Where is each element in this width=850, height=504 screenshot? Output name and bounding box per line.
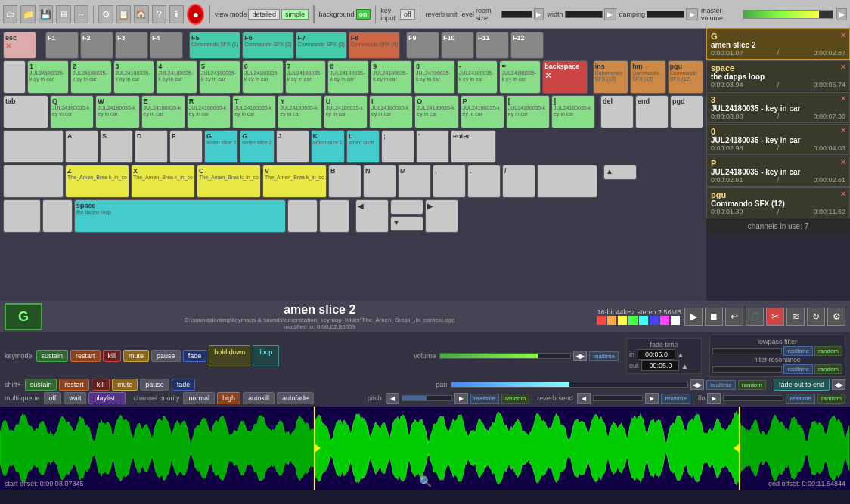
key-pgup[interactable]: pgu Commando SFX (12) xyxy=(668,60,703,94)
pause-button[interactable]: pause xyxy=(151,350,181,362)
color-box-green[interactable] xyxy=(628,316,638,325)
key-right[interactable]: ▶ xyxy=(425,199,458,233)
waveform-display[interactable]: start offset: 0:00:08.07345 end offset: … xyxy=(0,407,850,490)
shift-mute-button[interactable]: mute xyxy=(112,379,138,391)
pan-realtime[interactable]: realtime xyxy=(706,380,735,390)
waveform-zoom-icon[interactable]: 🔍 xyxy=(419,475,432,487)
pitch-right-btn[interactable]: ▶ xyxy=(454,393,468,404)
sound-slot-4[interactable]: ✕ P JUL24180035 - key in car 0:00:02.61 … xyxy=(706,156,850,187)
key-z[interactable]: Z The_Amen_Brea k_in_co xyxy=(65,165,129,198)
key-f9[interactable]: F9 xyxy=(406,32,439,59)
key-a[interactable]: A xyxy=(65,130,98,163)
key-9[interactable]: 9 JUL24180035-k ey in car xyxy=(371,60,412,94)
multi-playlist-button[interactable]: playlist... xyxy=(88,392,126,404)
toolbar-icon-1[interactable]: 🗂 xyxy=(3,5,17,23)
volume-slider-btn[interactable]: ◀▶ xyxy=(573,351,587,361)
kill-button[interactable]: kill xyxy=(103,350,122,362)
sound-icon-5[interactable]: ≋ xyxy=(786,308,805,326)
key-t[interactable]: TJUL24180035-k ey in car xyxy=(232,95,276,128)
multi-wait-button[interactable]: wait xyxy=(64,392,86,404)
key-f8[interactable]: F8 Commando SFX (4) xyxy=(349,32,400,59)
key-r[interactable]: RJUL24180035-k ey in car xyxy=(187,95,231,128)
volume-realtime[interactable]: realtime xyxy=(589,351,618,361)
key-f12[interactable]: F12 xyxy=(510,32,544,59)
key-7[interactable]: 7 JUL24180035-k ey in car xyxy=(285,60,327,94)
key-backspace[interactable]: backspace ✕ xyxy=(542,60,588,94)
key-g[interactable]: G amen slice 2 xyxy=(204,130,238,163)
pan-slider-track[interactable] xyxy=(451,382,688,388)
toolbar-icon-7[interactable]: 🏠 xyxy=(134,5,148,23)
sustain-button[interactable]: sustain xyxy=(36,350,69,362)
color-box-blue[interactable] xyxy=(650,316,659,325)
key-5[interactable]: 5 JUL24180035-k ey in car xyxy=(199,60,240,94)
key-enter[interactable]: enter xyxy=(451,130,496,163)
room-size-arrow[interactable]: ▶ xyxy=(534,8,544,20)
key-comma[interactable]: , xyxy=(433,165,466,198)
pitch-slider-track[interactable] xyxy=(402,395,452,401)
toolbar-icon-9[interactable]: ℹ xyxy=(169,5,184,23)
stop-button[interactable]: ● xyxy=(187,4,204,25)
key-ctrl-r[interactable] xyxy=(319,199,349,233)
color-box-white[interactable] xyxy=(671,316,680,325)
channel-normal-button[interactable]: normal xyxy=(183,392,215,404)
sound-slot-1[interactable]: ✕ space the dapps loop 0:00:03.94 / 0:00… xyxy=(706,60,850,91)
sound-slot-5[interactable]: ✕ pgu Commando SFX (12) 0:00:01.39 / 0:0… xyxy=(706,187,850,218)
color-box-orange[interactable] xyxy=(607,316,616,325)
multi-off-button[interactable]: off xyxy=(44,392,62,404)
toolbar-icon-2[interactable]: 📁 xyxy=(20,5,35,23)
color-box-purple[interactable] xyxy=(660,316,669,325)
sound-slot-0[interactable]: ✕ G amen slice 2 0:00:01.07 / 0:00:02.87 xyxy=(706,29,850,60)
key-del[interactable]: del xyxy=(600,95,634,128)
key-alt-l[interactable] xyxy=(42,199,73,233)
key-f11[interactable]: F11 xyxy=(476,32,509,59)
key-1[interactable]: 1 JUL24180035-k ey in car xyxy=(27,60,69,94)
key-s[interactable]: S xyxy=(100,130,133,163)
key-y[interactable]: YJUL24180035-k ey in car xyxy=(278,95,321,128)
key-c[interactable]: C The_Amen_Brea k_in_co xyxy=(197,165,261,198)
lfo-random[interactable]: random xyxy=(817,394,845,404)
key-f5[interactable]: F5 Commando SFX (1) xyxy=(189,32,240,59)
key-f3[interactable]: F3 xyxy=(115,32,148,59)
key-x[interactable]: X The_Amen_Brea k_in_co xyxy=(131,165,195,198)
key-shift-l[interactable] xyxy=(3,165,64,198)
fade-out-to-end-button[interactable]: fade out to end xyxy=(774,379,830,391)
key-lbracket[interactable]: [JUL24180035-k ey in car xyxy=(506,95,550,128)
resonance-random[interactable]: random xyxy=(814,364,842,374)
key-j[interactable]: J xyxy=(276,130,309,163)
key-period[interactable]: . xyxy=(467,165,501,198)
key-f[interactable]: F xyxy=(169,130,203,163)
key-v[interactable]: V The_Amen_Brea k_in_co xyxy=(262,165,327,198)
key-home[interactable]: hm Commando SFX (12) xyxy=(630,60,665,94)
lowpass-realtime[interactable]: realtime xyxy=(783,346,812,356)
key-pgd[interactable]: pgd xyxy=(670,95,703,128)
key-2[interactable]: 2 JUL24180035-k ey in car xyxy=(70,60,112,94)
key-8[interactable]: 8 JUL24180035-k ey in car xyxy=(327,60,369,94)
key-q[interactable]: QJUL24180035-k ey in car xyxy=(50,95,94,128)
simple-toggle[interactable]: simple xyxy=(281,9,309,20)
sound-slot-1-close[interactable]: ✕ xyxy=(840,63,846,71)
reverb-send-track[interactable] xyxy=(593,395,644,401)
sound-icon-4[interactable]: 🎵 xyxy=(746,308,764,326)
key-m[interactable]: M xyxy=(398,165,431,198)
key-u[interactable]: UJUL24180035-k ey in car xyxy=(324,95,368,128)
toolbar-icon-settings[interactable]: ⚙ xyxy=(98,5,113,23)
key-esc[interactable]: esc ✕ xyxy=(3,32,36,59)
width-arrow[interactable]: ▶ xyxy=(604,8,616,20)
restart-button[interactable]: restart xyxy=(70,350,101,362)
channel-high-button[interactable]: high xyxy=(217,392,240,404)
key-ctrl-l[interactable] xyxy=(3,199,41,233)
reverb-send-realtime[interactable]: realtime xyxy=(661,394,690,404)
master-volume-bar[interactable] xyxy=(743,10,833,19)
background-on[interactable]: on xyxy=(356,9,371,20)
key-end[interactable]: end xyxy=(635,95,669,128)
key-h[interactable]: G amen slice 2 xyxy=(240,130,274,163)
sound-icon-1[interactable]: ▶ xyxy=(684,308,703,326)
pitch-random[interactable]: random xyxy=(501,394,529,404)
key-up2[interactable] xyxy=(390,199,423,215)
key-alt-r[interactable] xyxy=(287,199,318,233)
color-box-yellow[interactable] xyxy=(618,316,627,325)
key-k[interactable]: K amen slice 2 xyxy=(311,130,345,163)
toolbar-icon-6[interactable]: 📋 xyxy=(116,5,131,23)
key-i[interactable]: IJUL24180035-k ey in car xyxy=(369,95,413,128)
sound-icon-3[interactable]: ↩ xyxy=(725,308,743,326)
